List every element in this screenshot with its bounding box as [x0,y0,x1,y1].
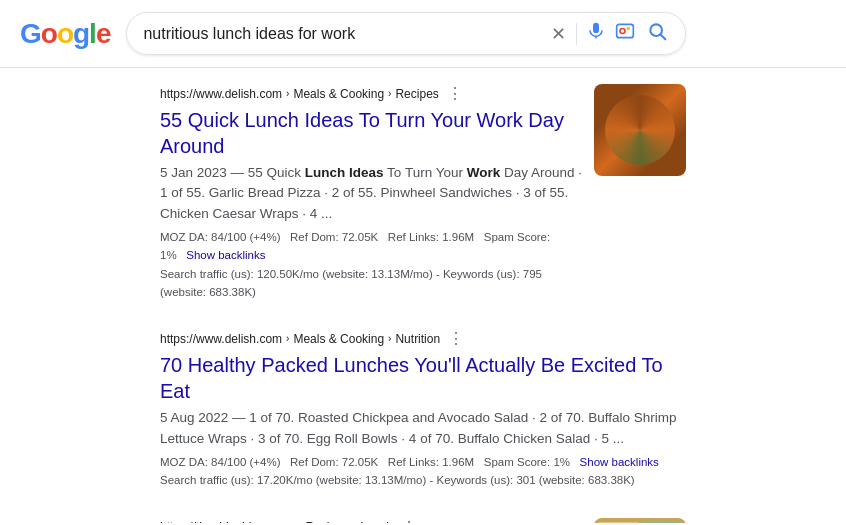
result-2-seo-2: Search traffic (us): 17.20K/mo (website:… [160,471,686,489]
result-item-3: https://thegirlonbloor.com › Recipes › L… [160,518,686,523]
thumb-cell-1 [598,522,639,523]
logo-letter-l: l [89,18,96,50]
result-1-url-line: https://www.delish.com › Meals & Cooking… [160,84,582,103]
svg-line-4 [661,35,666,40]
header: Google ✕ [0,0,846,68]
logo-letter-g2: g [73,18,89,50]
result-3-domain: https://thegirlonbloor.com [160,520,294,523]
result-1-thumbnail [594,84,686,176]
result-1-snippet: 5 Jan 2023 — 55 Quick Lunch Ideas To Tur… [160,163,582,224]
result-2-show-backlinks[interactable]: Show backlinks [580,456,659,468]
result-1-seo-2: Search traffic (us): 120.50K/mo (website… [160,265,582,302]
result-1-arrow-2: › [388,88,391,99]
image-search-icon[interactable] [615,21,635,46]
google-logo: Google [20,18,110,50]
search-bar: ✕ [126,12,686,55]
result-3-content: https://thegirlonbloor.com › Recipes › L… [160,518,582,523]
result-3-thumbnail [594,518,686,523]
logo-letter-e: e [96,18,111,50]
search-bar-icons: ✕ [551,19,669,48]
result-2-arrow-1: › [286,333,289,344]
search-input[interactable] [143,25,543,43]
result-3-arrow-1: › [298,522,301,523]
logo-letter-g: G [20,18,41,50]
result-1-more-icon[interactable]: ⋮ [447,84,463,103]
result-1-show-backlinks[interactable]: Show backlinks [186,249,265,261]
result-3-breadcrumb-1: Recipes [305,520,348,523]
search-divider [576,23,577,45]
result-2-breadcrumb-1: Meals & Cooking [293,332,384,346]
result-3-more-icon[interactable]: ⋮ [401,518,417,523]
result-item-1: https://www.delish.com › Meals & Cooking… [160,84,686,301]
result-1-breadcrumb-2: Recipes [395,87,438,101]
result-1-seo-1: MOZ DA: 84/100 (+4%) Ref Dom: 72.05K Ref… [160,228,582,265]
search-submit-button[interactable] [645,19,669,48]
logo-letter-o2: o [57,18,73,50]
voice-search-icon[interactable] [587,22,605,45]
result-1-with-image: https://www.delish.com › Meals & Cooking… [160,84,686,301]
result-item-2: https://www.delish.com › Meals & Cooking… [160,329,686,489]
result-3-arrow-2: › [353,522,356,523]
result-2-arrow-2: › [388,333,391,344]
clear-search-icon[interactable]: ✕ [551,23,566,45]
result-2-more-icon[interactable]: ⋮ [448,329,464,348]
result-2-seo-1: MOZ DA: 84/100 (+4%) Ref Dom: 72.05K Ref… [160,453,686,471]
search-results: https://www.delish.com › Meals & Cooking… [0,68,846,523]
result-1-title[interactable]: 55 Quick Lunch Ideas To Turn Your Work D… [160,107,582,159]
result-2-snippet: 5 Aug 2022 — 1 of 70. Roasted Chickpea a… [160,408,686,449]
thumb-cell-2 [641,522,682,523]
result-1-arrow-1: › [286,88,289,99]
result-3-with-image: https://thegirlonbloor.com › Recipes › L… [160,518,686,523]
svg-point-2 [627,27,630,30]
result-3-url-line: https://thegirlonbloor.com › Recipes › L… [160,518,582,523]
result-1-breadcrumb-1: Meals & Cooking [293,87,384,101]
result-2-domain: https://www.delish.com [160,332,282,346]
result-1-domain: https://www.delish.com [160,87,282,101]
svg-point-1 [620,29,625,34]
result-2-url-line: https://www.delish.com › Meals & Cooking… [160,329,686,348]
result-1-content: https://www.delish.com › Meals & Cooking… [160,84,582,301]
result-2-title[interactable]: 70 Healthy Packed Lunches You'll Actuall… [160,352,686,404]
logo-letter-o1: o [41,18,57,50]
result-3-breadcrumb-2: Lunch [360,520,393,523]
result-2-breadcrumb-2: Nutrition [395,332,440,346]
